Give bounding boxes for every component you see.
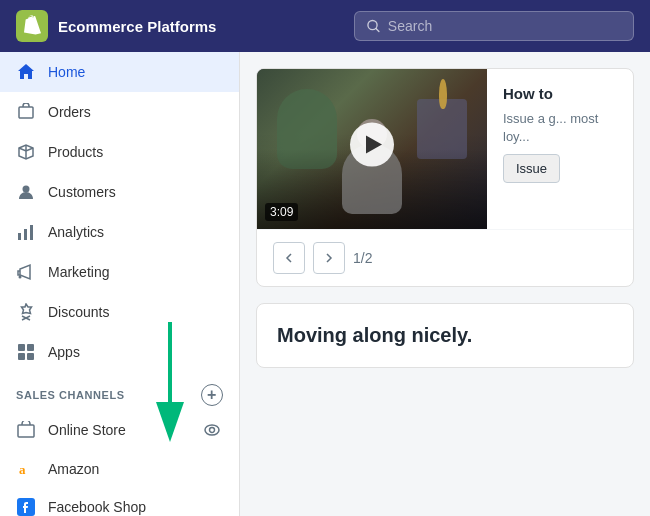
products-icon: [16, 142, 36, 162]
sidebar-item-apps[interactable]: Apps: [0, 332, 239, 372]
customers-label: Customers: [48, 184, 116, 200]
svg-rect-12: [18, 353, 25, 360]
chevron-right-icon: [324, 253, 334, 263]
sidebar-item-customers[interactable]: Customers: [0, 172, 239, 212]
svg-point-7: [19, 276, 22, 279]
video-duration: 3:09: [265, 203, 298, 221]
svg-rect-13: [27, 353, 34, 360]
analytics-icon: [16, 222, 36, 242]
sidebar-item-home[interactable]: Home: [0, 52, 239, 92]
analytics-label: Analytics: [48, 224, 104, 240]
home-icon: [16, 62, 36, 82]
moving-along-title: Moving along nicely.: [277, 324, 613, 347]
sidebar-item-analytics[interactable]: Analytics: [0, 212, 239, 252]
home-label: Home: [48, 64, 85, 80]
pagination-info: 1/2: [353, 250, 372, 266]
amazon-icon: a: [16, 459, 36, 479]
facebook-icon: [16, 497, 36, 516]
amazon-label: Amazon: [48, 461, 223, 477]
svg-rect-5: [24, 229, 27, 240]
customers-icon: [16, 182, 36, 202]
discounts-label: Discounts: [48, 304, 109, 320]
channel-item-online-store[interactable]: Online Store: [0, 410, 239, 450]
video-thumbnail[interactable]: 3:09: [257, 69, 487, 229]
search-icon: [367, 19, 380, 33]
sidebar-item-marketing[interactable]: Marketing: [0, 252, 239, 292]
top-nav: Ecommerce Platforms: [0, 0, 650, 52]
annotation-arrow: [140, 312, 200, 442]
svg-text:a: a: [19, 462, 26, 477]
apps-icon: [16, 342, 36, 362]
brand-name: Ecommerce Platforms: [58, 18, 216, 35]
video-title: How to: [503, 85, 617, 102]
svg-rect-2: [19, 107, 33, 118]
facebook-shop-label: Facebook Shop: [48, 499, 223, 515]
pagination-row: 1/2: [257, 229, 633, 286]
content-area: 3:09 How to Issue a g... most loy... Iss…: [240, 52, 650, 516]
online-store-icon: [16, 420, 36, 440]
svg-rect-4: [18, 233, 21, 240]
video-card: 3:09 How to Issue a g... most loy... Iss…: [256, 68, 634, 287]
channel-item-amazon[interactable]: a Amazon: [0, 450, 239, 488]
online-store-visibility-button[interactable]: [201, 419, 223, 441]
marketing-icon: [16, 262, 36, 282]
svg-line-1: [376, 29, 379, 32]
video-info: How to Issue a g... most loy... Issue: [487, 69, 633, 229]
add-channel-button[interactable]: +: [201, 384, 223, 406]
products-label: Products: [48, 144, 103, 160]
svg-rect-11: [27, 344, 34, 351]
svg-point-18: [210, 428, 215, 433]
sidebar: Home Orders Products: [0, 52, 240, 516]
brand-area: Ecommerce Platforms: [16, 10, 216, 42]
orders-label: Orders: [48, 104, 91, 120]
apps-label: Apps: [48, 344, 80, 360]
sales-channels-header: SALES CHANNELS +: [0, 372, 239, 410]
channel-item-facebook[interactable]: Facebook Shop: [0, 488, 239, 516]
video-description: Issue a g... most loy...: [503, 110, 617, 146]
discounts-icon: [16, 302, 36, 322]
next-page-button[interactable]: [313, 242, 345, 274]
sidebar-item-orders[interactable]: Orders: [0, 92, 239, 132]
prev-page-button[interactable]: [273, 242, 305, 274]
main-area: Home Orders Products: [0, 52, 650, 516]
sidebar-item-products[interactable]: Products: [0, 132, 239, 172]
svg-point-3: [23, 186, 30, 193]
svg-rect-6: [30, 225, 33, 240]
search-bar[interactable]: [354, 11, 634, 41]
moving-along-card: Moving along nicely.: [256, 303, 634, 368]
orders-icon: [16, 102, 36, 122]
sidebar-item-discounts[interactable]: Discounts: [0, 292, 239, 332]
svg-rect-16: [18, 425, 34, 437]
svg-point-17: [205, 425, 219, 435]
play-button[interactable]: [350, 123, 394, 167]
shopify-logo: [16, 10, 48, 42]
svg-rect-10: [18, 344, 25, 351]
search-input[interactable]: [388, 18, 621, 34]
issue-button[interactable]: Issue: [503, 154, 560, 183]
chevron-left-icon: [284, 253, 294, 263]
sales-channels-label: SALES CHANNELS: [16, 389, 125, 401]
marketing-label: Marketing: [48, 264, 109, 280]
